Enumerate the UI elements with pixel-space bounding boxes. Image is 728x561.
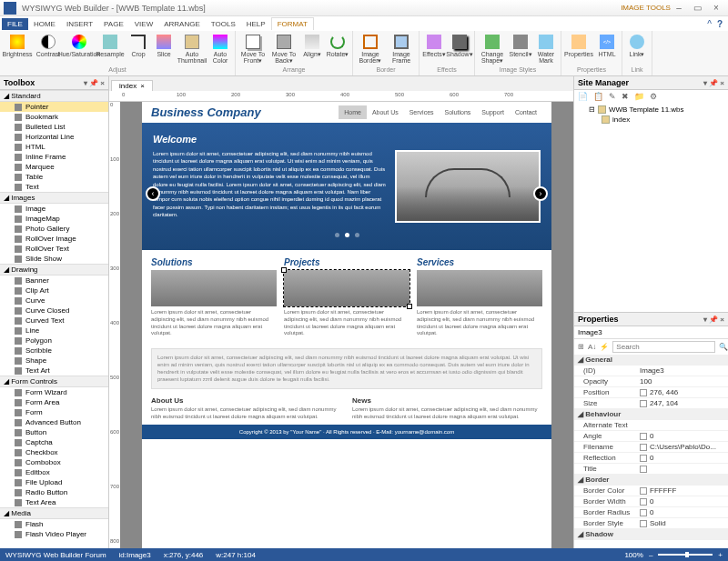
toolbox-item[interactable]: Image bbox=[0, 204, 108, 214]
property-row[interactable]: Alternate Text bbox=[574, 420, 728, 431]
move-to-front-button[interactable]: Move To Front▾ bbox=[239, 33, 267, 65]
crop-button[interactable]: Crop bbox=[127, 33, 149, 65]
carousel-prev-icon[interactable]: ‹ bbox=[146, 186, 160, 201]
toolbox-item[interactable]: Banner bbox=[0, 275, 108, 286]
align-button[interactable]: Align▾ bbox=[301, 33, 323, 65]
property-row[interactable]: Position276, 446 bbox=[574, 387, 728, 398]
toolbox-item[interactable]: Form bbox=[0, 407, 108, 417]
sm-clone-icon[interactable]: 📋 bbox=[592, 92, 605, 101]
toolbox-item[interactable]: Captcha bbox=[0, 437, 108, 447]
sm-delete-icon[interactable]: ✖ bbox=[620, 92, 631, 101]
tab-view[interactable]: VIEW bbox=[129, 18, 158, 30]
checkbox-icon[interactable] bbox=[640, 455, 647, 462]
column-image[interactable] bbox=[151, 270, 277, 306]
pin-icon[interactable]: ▾ 📌 × bbox=[703, 79, 724, 87]
maximize-button[interactable]: ▭ bbox=[689, 3, 705, 13]
resample-button[interactable]: Resample bbox=[96, 33, 124, 65]
property-category[interactable]: ◢ Behaviour bbox=[574, 409, 728, 420]
nav-item[interactable]: About Us bbox=[367, 105, 404, 119]
contrast-button[interactable]: Contrast bbox=[35, 33, 62, 65]
tab-insert[interactable]: INSERT bbox=[61, 18, 98, 30]
property-row[interactable]: Border Width0 bbox=[574, 496, 728, 507]
toolbox-item[interactable]: Flash Video Player bbox=[0, 529, 108, 539]
checkbox-icon[interactable] bbox=[640, 498, 647, 506]
toolbox-item[interactable]: Text bbox=[0, 182, 108, 192]
watermark-button[interactable]: Water Mark bbox=[535, 33, 557, 65]
toolbox-item[interactable]: Scribble bbox=[0, 346, 108, 356]
zoom-out-button[interactable]: – bbox=[649, 551, 652, 559]
tab-arrange[interactable]: ARRANGE bbox=[158, 18, 206, 30]
toolbox-item[interactable]: Button bbox=[0, 427, 108, 437]
effects-button[interactable]: Effects▾ bbox=[423, 33, 445, 65]
categorized-icon[interactable]: ⊞ bbox=[578, 343, 584, 351]
hue-saturation-button[interactable]: Hue/Saturation bbox=[66, 33, 93, 65]
nav-item[interactable]: Contact bbox=[510, 105, 542, 119]
toolbox-item[interactable]: File Upload bbox=[0, 477, 108, 487]
column-image[interactable] bbox=[284, 270, 410, 306]
toolbox-item[interactable]: Curved Text bbox=[0, 316, 108, 326]
property-category[interactable]: ◢ Border bbox=[574, 475, 728, 486]
property-row[interactable]: (ID)Image3 bbox=[574, 366, 728, 376]
property-row[interactable]: Size247, 104 bbox=[574, 398, 728, 409]
toolbox-item[interactable]: Clip Art bbox=[0, 286, 108, 296]
tab-home[interactable]: HOME bbox=[28, 18, 61, 30]
toolbox-category[interactable]: ◢ Form Controls bbox=[0, 376, 108, 387]
nav-item[interactable]: Solutions bbox=[440, 105, 477, 119]
property-row[interactable]: Border Radius0 bbox=[574, 507, 728, 518]
change-shape-button[interactable]: Change Shape▾ bbox=[479, 33, 506, 65]
property-row[interactable]: FilenameC:\Users\Pablo\Do... bbox=[574, 442, 728, 453]
property-row[interactable]: Angle0 bbox=[574, 431, 728, 442]
nav-item[interactable]: Services bbox=[404, 105, 440, 119]
slice-button[interactable]: Slice bbox=[153, 33, 175, 65]
zoom-in-button[interactable]: + bbox=[718, 551, 723, 559]
minimize-button[interactable]: – bbox=[671, 3, 687, 13]
checkbox-icon[interactable] bbox=[640, 389, 647, 396]
toolbox-item[interactable]: Bulleted List bbox=[0, 122, 108, 132]
tab-help[interactable]: HELP bbox=[241, 18, 271, 30]
link-button[interactable]: Link▾ bbox=[626, 33, 648, 65]
toolbox-item[interactable]: Bookmark bbox=[0, 112, 108, 122]
toolbox-item[interactable]: Advanced Button bbox=[0, 417, 108, 427]
toolbox-category[interactable]: ◢ Standard bbox=[0, 90, 108, 102]
image-frame-button[interactable]: Image Frame bbox=[388, 33, 415, 65]
canvas-scroll[interactable]: 0100200300400500600700800 Business Compa… bbox=[109, 102, 573, 548]
search-icon[interactable]: 🔍 bbox=[719, 343, 728, 351]
shadow-button[interactable]: Shadow▾ bbox=[449, 33, 470, 65]
property-row[interactable]: Reflection0 bbox=[574, 453, 728, 464]
pin-icon[interactable]: ▾ 📌 × bbox=[703, 316, 724, 324]
properties-button[interactable]: Properties bbox=[565, 33, 592, 65]
toolbox-item[interactable]: Photo Gallery bbox=[0, 224, 108, 234]
checkbox-icon[interactable] bbox=[640, 466, 647, 473]
sm-new-icon[interactable]: 📄 bbox=[576, 92, 590, 101]
checkbox-icon[interactable] bbox=[640, 487, 647, 495]
tree-root[interactable]: ⊟WWB Template 11.wbs bbox=[576, 105, 726, 115]
html-button[interactable]: </>HTML bbox=[596, 33, 618, 65]
tab-file[interactable]: FILE bbox=[2, 18, 28, 30]
auto-thumbnail-button[interactable]: Auto Thumbnail bbox=[178, 33, 206, 65]
sm-edit-icon[interactable]: ✎ bbox=[607, 92, 618, 101]
toolbox-item[interactable]: Flash bbox=[0, 519, 108, 529]
toolbox-item[interactable]: Radio Button bbox=[0, 487, 108, 497]
tab-tools[interactable]: TOOLS bbox=[206, 18, 241, 30]
sm-prop-icon[interactable]: ⚙ bbox=[648, 92, 659, 101]
toolbox-item[interactable]: Form Area bbox=[0, 397, 108, 407]
toolbox-item[interactable]: Editbox bbox=[0, 467, 108, 477]
checkbox-icon[interactable] bbox=[640, 444, 647, 451]
toolbox-category[interactable]: ◢ Drawing bbox=[0, 264, 108, 275]
toolbox-item[interactable]: ImageMap bbox=[0, 214, 108, 224]
toolbox-item[interactable]: HTML bbox=[0, 142, 108, 152]
ribbon-collapse-icon[interactable]: ^ bbox=[707, 19, 712, 29]
toolbox-item[interactable]: Checkbox bbox=[0, 447, 108, 457]
stencil-button[interactable]: Stencil▾ bbox=[510, 33, 531, 65]
checkbox-icon[interactable] bbox=[640, 520, 647, 527]
brightness-button[interactable]: Brightness bbox=[4, 33, 31, 65]
toolbox-item[interactable]: Table bbox=[0, 172, 108, 182]
column-image[interactable] bbox=[417, 270, 542, 306]
toolbox-item[interactable]: Text Art bbox=[0, 366, 108, 376]
auto-color-button[interactable]: Auto Color bbox=[209, 33, 231, 65]
status-forum-link[interactable]: WYSIWYG Web Builder Forum bbox=[5, 551, 106, 559]
toolbox-item[interactable]: RollOver Text bbox=[0, 244, 108, 254]
toolbox-item[interactable]: Combobox bbox=[0, 457, 108, 467]
close-button[interactable]: × bbox=[708, 3, 724, 13]
toolbox-item[interactable]: Form Wizard bbox=[0, 387, 108, 397]
